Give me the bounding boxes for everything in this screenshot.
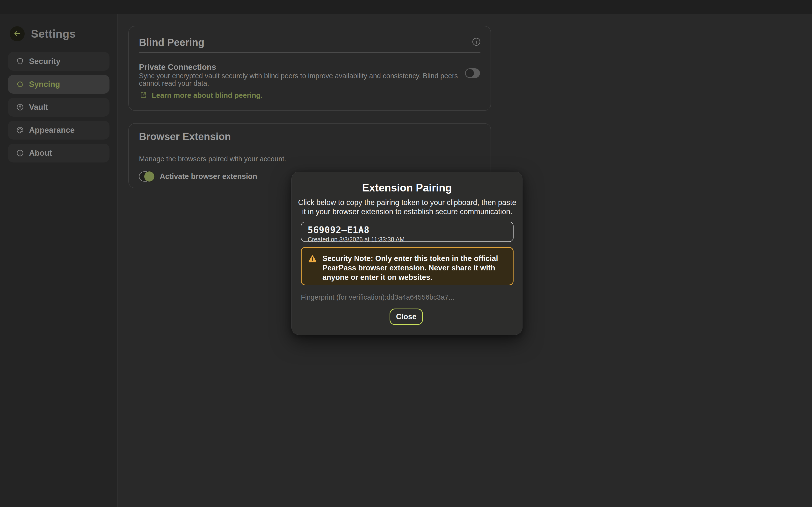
private-connections-toggle[interactable] <box>465 68 480 78</box>
divider <box>139 147 480 147</box>
shield-icon <box>16 57 24 66</box>
sidebar-item-label: Syncing <box>29 80 60 89</box>
info-icon <box>16 149 24 157</box>
external-link-icon <box>140 91 147 100</box>
security-note-banner: Security Note: Only enter this token in … <box>301 247 514 285</box>
fingerprint-text: Fingerprint (for verification):dd3a4a645… <box>301 293 454 301</box>
card-title: Blind Peering <box>139 37 204 48</box>
sidebar-item-label: Appearance <box>29 125 75 135</box>
extension-pairing-modal: Extension Pairing Click below to copy th… <box>292 172 522 335</box>
security-note-text: Security Note: Only enter this token in … <box>322 254 507 285</box>
top-bar <box>0 0 812 14</box>
sidebar-item-label: About <box>29 149 52 158</box>
sidebar-item-security[interactable]: Security <box>8 52 109 71</box>
sync-icon <box>16 80 24 89</box>
toggle-label: Activate browser extension <box>160 172 257 181</box>
info-icon <box>471 37 481 47</box>
sidebar-item-appearance[interactable]: Appearance <box>8 121 109 139</box>
info-button[interactable] <box>471 37 481 47</box>
warning-icon <box>308 254 317 264</box>
activate-extension-row: Activate browser extension <box>139 171 257 181</box>
sidebar-nav: Security Syncing Vault <box>8 52 109 163</box>
learn-more-label: Learn more about blind peering. <box>152 91 262 100</box>
page-title: Settings <box>31 27 75 40</box>
token-created-timestamp: Created on 3/3/2026 at 11:33:38 AM <box>308 236 513 243</box>
back-arrow-icon <box>13 30 21 38</box>
modal-description: Click below to copy the pairing token to… <box>296 198 518 216</box>
palette-icon <box>16 126 24 134</box>
toggle-knob <box>466 69 474 77</box>
divider <box>139 52 480 53</box>
toggle-knob <box>144 171 155 182</box>
sidebar-item-label: Vault <box>29 103 48 112</box>
pairing-token-box[interactable]: 569092–E1A8 Created on 3/3/2026 at 11:33… <box>301 222 514 242</box>
setting-title: Private Connections <box>139 62 216 72</box>
close-button[interactable]: Close <box>390 308 423 325</box>
sidebar-item-about[interactable]: About <box>8 144 109 163</box>
setting-description: Sync your encrypted vault securely with … <box>139 72 470 87</box>
activate-extension-toggle[interactable] <box>139 171 154 181</box>
learn-more-link[interactable]: Learn more about blind peering. <box>140 91 262 100</box>
sidebar-header: Settings <box>10 26 117 41</box>
sidebar-item-label: Security <box>29 57 60 66</box>
back-button[interactable] <box>10 26 24 41</box>
card-title: Browser Extension <box>139 131 231 143</box>
sidebar-item-vault[interactable]: Vault <box>8 98 109 117</box>
card-description: Manage the browsers paired with your acc… <box>139 155 286 163</box>
sidebar: Settings Security Syncing <box>0 14 118 507</box>
blind-peering-card: Blind Peering Private Connections Sync y… <box>128 26 491 111</box>
pairing-token: 569092–E1A8 <box>308 225 513 235</box>
modal-title: Extension Pairing <box>292 182 522 194</box>
sidebar-item-syncing[interactable]: Syncing <box>8 75 109 94</box>
vault-icon <box>16 103 24 112</box>
